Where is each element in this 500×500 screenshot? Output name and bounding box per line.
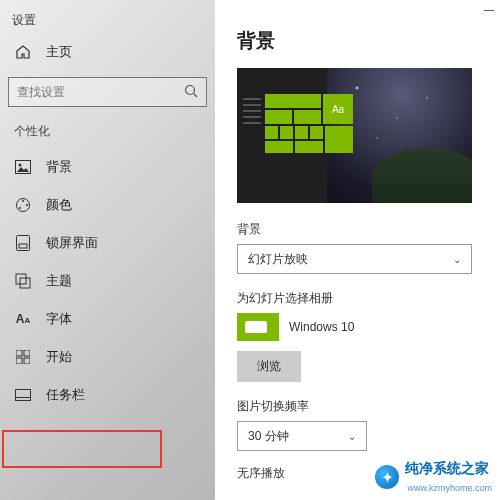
svg-rect-15 (24, 358, 30, 364)
lockscreen-icon (14, 234, 32, 252)
sidebar-item-colors[interactable]: 颜色 (0, 186, 215, 224)
search-icon (184, 84, 198, 98)
preview-tile (294, 110, 321, 124)
frequency-label: 图片切换频率 (237, 398, 486, 415)
svg-point-0 (186, 86, 195, 95)
preview-tile (310, 126, 323, 139)
highlight-annotation (2, 430, 162, 468)
nav-label: 背景 (46, 158, 72, 176)
watermark-url: www.kzmyhome.com (407, 483, 492, 493)
palette-icon (14, 196, 32, 214)
settings-window: 设置 主页 个性化 背景 颜色 锁屏界面 主题 (0, 0, 500, 500)
watermark-logo-icon: ✦ (375, 465, 399, 489)
chevron-down-icon: ⌄ (348, 431, 356, 442)
watermark-text: 纯净系统之家 (405, 460, 489, 476)
home-icon (14, 43, 32, 61)
preview-menu-icon (243, 98, 261, 128)
sidebar-item-themes[interactable]: 主题 (0, 262, 215, 300)
sidebar-item-lockscreen[interactable]: 锁屏界面 (0, 224, 215, 262)
svg-rect-14 (16, 358, 22, 364)
start-icon (14, 348, 32, 366)
preview-hill (372, 148, 472, 203)
nav-label: 主题 (46, 272, 72, 290)
preview-tile (265, 126, 278, 139)
window-controls: — (484, 4, 494, 15)
preview-tile (265, 94, 321, 108)
image-icon (14, 158, 32, 176)
home-label: 主页 (46, 43, 72, 61)
sidebar-item-start[interactable]: 开始 (0, 338, 215, 376)
preview-tile (280, 126, 293, 139)
search-box[interactable] (8, 77, 207, 107)
select-value: 30 分钟 (248, 428, 289, 445)
nav-label: 任务栏 (46, 386, 85, 404)
nav-label: 字体 (46, 310, 72, 328)
chevron-down-icon: ⌄ (453, 254, 461, 265)
select-value: 幻灯片放映 (248, 251, 308, 268)
nav-label: 颜色 (46, 196, 72, 214)
album-row[interactable]: Windows 10 (237, 313, 486, 341)
preview-tile-aa: Aa (323, 94, 353, 124)
background-select[interactable]: 幻灯片放映 ⌄ (237, 244, 472, 274)
page-title: 背景 (237, 28, 486, 54)
window-title: 设置 (0, 8, 215, 31)
preview-tile (265, 110, 292, 124)
album-name: Windows 10 (289, 320, 354, 334)
search-input[interactable] (17, 85, 198, 99)
section-label: 个性化 (0, 119, 215, 148)
album-thumb-icon (237, 313, 279, 341)
preview-tile (325, 126, 353, 153)
svg-point-6 (26, 204, 28, 206)
svg-line-1 (194, 94, 198, 98)
sidebar-item-taskbar[interactable]: 任务栏 (0, 376, 215, 414)
font-icon: AA (14, 310, 32, 328)
svg-rect-16 (16, 390, 31, 401)
home-nav[interactable]: 主页 (0, 31, 215, 71)
content-pane: — 背景 Aa 背景 幻灯片放 (215, 0, 500, 500)
taskbar-icon (14, 386, 32, 404)
sidebar-item-background[interactable]: 背景 (0, 148, 215, 186)
preview-tile (295, 126, 308, 139)
preview-tile (265, 141, 293, 153)
svg-rect-9 (19, 244, 27, 248)
sidebar: 设置 主页 个性化 背景 颜色 锁屏界面 主题 (0, 0, 215, 500)
svg-point-5 (22, 200, 24, 202)
minimize-button[interactable]: — (484, 4, 494, 15)
svg-rect-11 (20, 278, 30, 288)
theme-icon (14, 272, 32, 290)
frequency-select[interactable]: 30 分钟 ⌄ (237, 421, 367, 451)
background-preview: Aa (237, 68, 472, 203)
svg-rect-12 (16, 350, 22, 356)
svg-rect-10 (16, 274, 26, 284)
browse-button[interactable]: 浏览 (237, 351, 301, 382)
background-label: 背景 (237, 221, 486, 238)
preview-tile (295, 141, 323, 153)
svg-rect-13 (24, 350, 30, 356)
sidebar-item-fonts[interactable]: AA 字体 (0, 300, 215, 338)
svg-point-3 (19, 164, 22, 167)
svg-point-7 (19, 207, 21, 209)
nav-label: 开始 (46, 348, 72, 366)
album-label: 为幻灯片选择相册 (237, 290, 486, 307)
nav-label: 锁屏界面 (46, 234, 98, 252)
watermark: ✦ 纯净系统之家 www.kzmyhome.com (375, 460, 492, 494)
